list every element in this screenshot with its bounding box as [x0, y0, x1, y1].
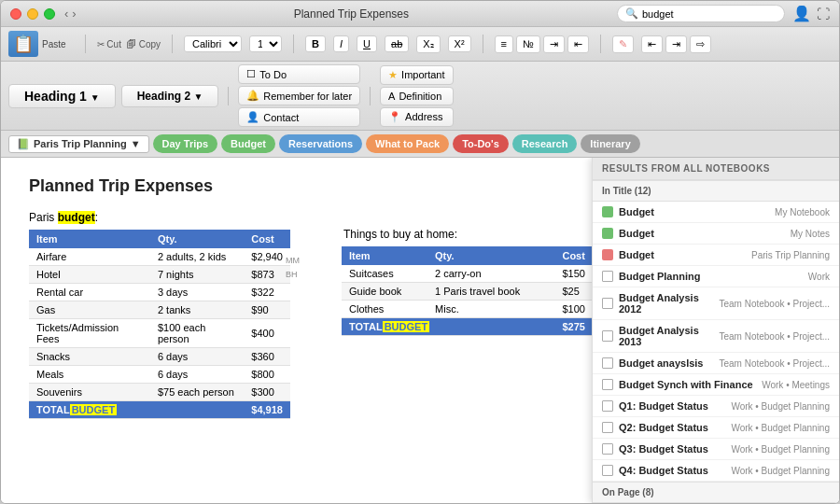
address-button[interactable]: 📍 Address [380, 107, 453, 127]
result-location: Work • Budget Planning [731, 444, 830, 455]
result-q4[interactable]: Q4: Budget Status Work • Budget Planning [593, 460, 839, 482]
result-budget-3[interactable]: Budget Paris Trip Planning [593, 245, 839, 266]
subscript-button[interactable]: X₂ [416, 35, 440, 53]
result-budget-synch[interactable]: Budget Synch with Finance Work • Meeting… [593, 374, 839, 396]
minimize-button[interactable] [27, 8, 38, 20]
strikethrough-button[interactable]: ab [385, 35, 409, 52]
result-notebook-icon3 [602, 249, 613, 260]
align-buttons: ⇤ ⇥ ⇨ [641, 35, 711, 53]
heading1-arrow: ▼ [91, 92, 100, 103]
result-name: Q3: Budget Status [619, 443, 731, 455]
important-label: Important [401, 69, 444, 80]
result-name: Q2: Budget Status [619, 422, 731, 433]
maximize-button[interactable] [44, 8, 55, 20]
tab-todos[interactable]: To-Do's [453, 134, 509, 153]
back-arrow[interactable]: ‹ [64, 7, 68, 21]
result-budget-anayslsis[interactable]: Budget anayslsis Team Notebook • Project… [593, 353, 839, 374]
forward-arrow[interactable]: › [72, 7, 76, 21]
underline-button[interactable]: U [357, 35, 377, 52]
right-col-qty: Qty. [427, 246, 554, 265]
result-location: Paris Trip Planning [751, 250, 830, 260]
toolbar: 📋 Paste ✂ Cut 🗐 Copy Calibri 11 B I U ab… [1, 27, 839, 62]
close-button[interactable] [10, 8, 21, 20]
result-name: Q1: Budget Status [619, 400, 731, 412]
todo-button[interactable]: ☐ To Do [238, 64, 360, 84]
result-budget-2[interactable]: Budget My Notes [593, 223, 839, 245]
todo-label: To Do [259, 69, 287, 80]
copy-label[interactable]: 🗐 Copy [127, 39, 161, 49]
paste-button[interactable]: 📋 [8, 31, 38, 57]
superscript-button[interactable]: X² [448, 35, 471, 52]
indent-button[interactable]: ⇥ [543, 35, 565, 53]
result-name: Budget Analysis 2013 [619, 325, 719, 347]
total-budget-label: BUDGET [70, 404, 117, 415]
definition-icon: A [388, 91, 395, 102]
result-budget-analysis-2012[interactable]: Budget Analysis 2012 Team Notebook • Pro… [593, 287, 839, 320]
result-location: Work • Budget Planning [731, 466, 830, 476]
remember-button[interactable]: 🔔 Remember for later [238, 86, 360, 105]
result-name: Budget [619, 228, 791, 239]
result-location: My Notes [791, 229, 830, 239]
heading1-button[interactable]: Heading 1 ▼ [8, 84, 116, 108]
contact-label: Contact [263, 112, 299, 123]
contact-icon: 👤 [246, 111, 259, 123]
result-budget-1[interactable]: Budget My Notebook [593, 202, 839, 223]
important-button[interactable]: ★ Important [380, 65, 453, 85]
align-right-button[interactable]: ⇨ [690, 35, 711, 53]
heading2-button[interactable]: Heading 2 ▼ [121, 85, 219, 107]
search-bar[interactable]: 🔍 [617, 5, 785, 22]
remember-icon: 🔔 [246, 90, 259, 102]
result-budget-planning[interactable]: Budget Planning Work [593, 266, 839, 287]
tab-research[interactable]: Research [512, 134, 578, 153]
task-buttons: ☐ To Do 🔔 Remember for later 👤 Contact [238, 64, 360, 127]
things-label: Things to buy at home: [343, 228, 603, 241]
window-title: Planned Trip Expenses [86, 7, 617, 21]
align-left-button[interactable]: ⇤ [641, 35, 663, 53]
results-in-title-header: In Title (12) [593, 180, 839, 202]
col-cost: Cost [244, 230, 290, 248]
expense-table: Item Qty. Cost Airfare2 adults, 2 kids$2… [29, 230, 290, 419]
result-page-icon5 [602, 379, 613, 390]
table-row: Souvenirs$75 each person$300 [29, 384, 290, 401]
contact-button[interactable]: 👤 Contact [238, 107, 360, 127]
format-paint-button[interactable]: ✎ [612, 35, 634, 53]
tab-what-to-pack[interactable]: What to Pack [366, 134, 449, 153]
result-location: Work • Budget Planning [731, 423, 830, 433]
right-section: Things to buy at home: Item Qty. Cost Su… [342, 228, 603, 336]
result-q3[interactable]: Q3: Budget Status Work • Budget Planning [593, 439, 839, 460]
tab-day-trips[interactable]: Day Trips [153, 134, 218, 153]
nav-arrows: ‹ › [64, 7, 77, 21]
in-title-label: In Title (12) [602, 186, 651, 196]
tab-itinerary[interactable]: Itinerary [581, 134, 639, 153]
result-page-icon9 [602, 465, 613, 476]
expand-icon[interactable]: ⛶ [817, 7, 830, 21]
result-budget-analysis-2013[interactable]: Budget Analysis 2013 Team Notebook • Pro… [593, 320, 839, 353]
font-size-selector[interactable]: 11 [249, 35, 282, 52]
notebook-chevron: ▼ [131, 138, 141, 149]
bullet-list-button[interactable]: ≡ [495, 35, 513, 53]
notebook-name[interactable]: 📗 Paris Trip Planning ▼ [8, 135, 149, 153]
total-row: TOTALBUDGET $4,918 [29, 401, 290, 419]
outdent-button[interactable]: ⇤ [567, 35, 589, 53]
italic-button[interactable]: I [333, 35, 349, 52]
budget-highlight-label: budget [58, 211, 95, 224]
table-row: ClothesMisc.$100 [342, 301, 603, 318]
tab-budget[interactable]: Budget [221, 134, 275, 153]
result-q2[interactable]: Q2: Budget Status Work • Budget Planning [593, 417, 839, 439]
user-icon[interactable]: 👤 [792, 5, 811, 22]
tab-reservations[interactable]: Reservations [279, 134, 362, 153]
result-name: Budget anayslsis [619, 357, 719, 369]
bold-button[interactable]: B [305, 35, 326, 52]
definition-button[interactable]: A Definition [380, 87, 453, 105]
search-input[interactable] [642, 8, 777, 20]
align-center-button[interactable]: ⇥ [665, 35, 687, 53]
result-q1[interactable]: Q1: Budget Status Work • Budget Planning [593, 396, 839, 417]
result-location: Work • Budget Planning [731, 401, 830, 412]
cut-label[interactable]: ✂ Cut [97, 39, 121, 49]
number-list-button[interactable]: № [516, 35, 540, 53]
result-page-icon2 [602, 298, 613, 309]
table-row: Hotel7 nights$873 [29, 266, 290, 284]
font-selector[interactable]: Calibri [184, 35, 242, 52]
list-buttons: ≡ № ⇥ ⇤ [495, 35, 589, 53]
right-col-item: Item [342, 246, 427, 265]
